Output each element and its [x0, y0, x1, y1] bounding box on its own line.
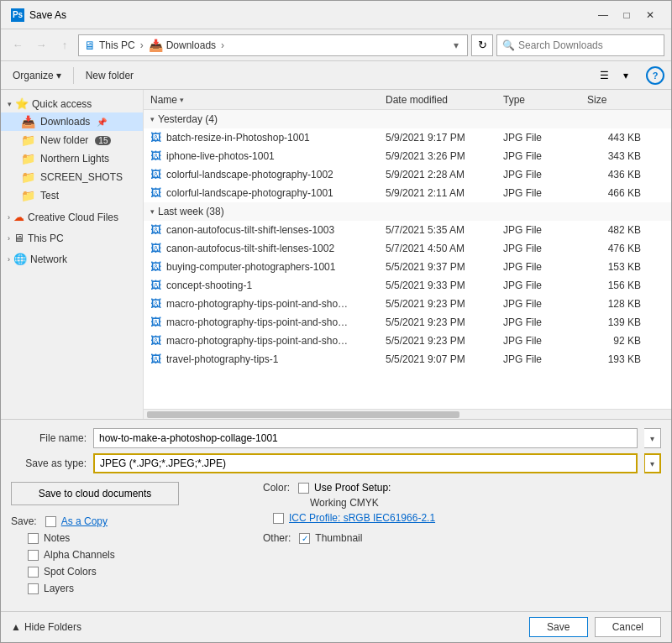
horizontal-scrollbar[interactable] — [144, 409, 671, 419]
table-row[interactable]: 🖼 travel-photography-tips-1 5/5/2021 9:0… — [144, 350, 671, 369]
file-name: colorful-landscape-photography-1001 — [166, 187, 333, 199]
sidebar-this-pc-header[interactable]: › 🖥 This PC — [1, 229, 143, 247]
cancel-button[interactable]: Cancel — [595, 617, 661, 637]
file-name: buying-computer-photographers-1001 — [166, 261, 335, 273]
hide-folders-button[interactable]: ▲ Hide Folders — [11, 621, 81, 633]
file-size-cell: 476 KB — [580, 243, 648, 254]
icc-profile-checkbox[interactable] — [273, 513, 284, 524]
sidebar-item-northern-lights[interactable]: 📁 Northern Lights — [1, 149, 143, 168]
search-input[interactable] — [518, 39, 659, 51]
file-name-cell: 🖼 iphone-live-photos-1001 — [144, 149, 379, 162]
back-button[interactable]: ← — [8, 35, 28, 55]
col-size-label: Size — [587, 94, 606, 106]
file-name-cell: 🖼 colorful-landscape-photography-1002 — [144, 168, 379, 180]
maximize-button[interactable]: □ — [616, 7, 638, 24]
search-icon: 🔍 — [502, 39, 515, 51]
sidebar-item-new-folder[interactable]: 📁 New folder 15 — [1, 131, 143, 149]
table-row[interactable]: 🖼 canon-autofocus-tilt-shift-lenses-1002… — [144, 239, 671, 258]
sidebar-network-header[interactable]: › 🌐 Network — [1, 250, 143, 268]
icc-profile-row: ICC Profile: sRGB IEC61966-2.1 — [263, 512, 661, 524]
file-date-cell: 5/5/2021 9:23 PM — [379, 316, 496, 328]
file-type-cell: JPG File — [496, 280, 580, 291]
col-date-header[interactable]: Date modified — [379, 94, 496, 106]
new-folder-button[interactable]: New folder — [81, 68, 139, 83]
notes-checkbox[interactable] — [28, 533, 39, 544]
view-list-button[interactable]: ☰ — [594, 65, 614, 86]
file-type-cell: JPG File — [496, 261, 580, 273]
group-last-week-chevron: ▾ — [150, 207, 155, 216]
downloads-label: Downloads — [40, 116, 90, 128]
sidebar-creative-cloud-header[interactable]: › ☁ Creative Cloud Files — [1, 208, 143, 226]
minimize-button[interactable]: — — [592, 7, 614, 24]
jpg-icon: 🖼 — [150, 223, 161, 236]
sidebar-quick-access-header[interactable]: ▾ ⭐ Quick access — [1, 95, 143, 112]
pin-icon: 📌 — [97, 118, 107, 127]
address-bar[interactable]: 🖥 This PC › 📥 Downloads › ▾ — [78, 34, 468, 56]
icc-profile-label[interactable]: ICC Profile: sRGB IEC61966-2.1 — [289, 512, 435, 524]
network-label: Network — [30, 254, 67, 265]
table-row[interactable]: 🖼 concept-shooting-1 5/5/2021 9:33 PM JP… — [144, 276, 671, 295]
file-type-cell: JPG File — [496, 335, 580, 347]
file-name-cell: 🖼 canon-autofocus-tilt-shift-lenses-1003 — [144, 223, 379, 236]
savetype-row: Save as type: JPEG (*.JPG;*.JPEG;*.JPE) … — [11, 453, 661, 473]
northern-lights-label: Northern Lights — [40, 153, 109, 165]
table-row[interactable]: 🖼 macro-photography-tips-point-and-sho… … — [144, 295, 671, 313]
notes-row: Notes — [11, 532, 246, 544]
table-row[interactable]: 🖼 macro-photography-tips-point-and-sho… … — [144, 332, 671, 350]
savetype-dropdown[interactable]: ▾ — [644, 453, 661, 473]
downloads-icon: 📥 — [21, 115, 35, 128]
alpha-channels-checkbox[interactable] — [28, 550, 39, 561]
save-button[interactable]: Save — [529, 617, 588, 637]
filename-input[interactable] — [93, 428, 638, 448]
close-button[interactable]: ✕ — [639, 7, 661, 24]
file-size-cell: 92 KB — [580, 335, 648, 347]
table-row[interactable]: 🖼 iphone-live-photos-1001 5/9/2021 3:26 … — [144, 147, 671, 165]
up-button[interactable]: ↑ — [55, 35, 75, 55]
jpg-icon: 🖼 — [150, 260, 161, 273]
sidebar-item-screen-shots[interactable]: 📁 SCREEN_SHOTS — [1, 168, 143, 186]
view-dropdown-button[interactable]: ▾ — [616, 65, 636, 86]
jpg-icon: 🖼 — [150, 334, 161, 347]
layers-checkbox[interactable] — [28, 583, 39, 594]
color-section: Color: Use Proof Setup: Working CMYK ICC… — [263, 482, 661, 524]
new-folder-icon: 📁 — [21, 133, 35, 147]
sidebar-item-test[interactable]: 📁 Test — [1, 186, 143, 205]
save-to-cloud-button[interactable]: Save to cloud documents — [11, 482, 179, 505]
address-bar-folder-icon: 📥 — [149, 39, 163, 52]
savetype-select[interactable]: JPEG (*.JPG;*.JPEG;*.JPE) — [93, 453, 638, 473]
file-name-cell: 🖼 travel-photography-tips-1 — [144, 353, 379, 365]
filename-dropdown[interactable]: ▾ — [644, 428, 661, 448]
col-name-header[interactable]: Name ▾ — [144, 94, 379, 106]
file-date-cell: 5/5/2021 9:07 PM — [379, 353, 496, 365]
table-row[interactable]: 🖼 canon-autofocus-tilt-shift-lenses-1003… — [144, 221, 671, 239]
thumbnail-checkbox[interactable]: ✓ — [299, 533, 310, 544]
table-row[interactable]: 🖼 macro-photography-tips-point-and-sho… … — [144, 313, 671, 332]
sidebar-item-downloads[interactable]: 📥 Downloads 📌 — [1, 112, 143, 131]
table-row[interactable]: 🖼 colorful-landscape-photography-1002 5/… — [144, 165, 671, 184]
file-name: concept-shooting-1 — [166, 280, 252, 291]
as-copy-checkbox[interactable] — [45, 516, 56, 527]
quick-access-icon: ⭐ — [15, 97, 29, 110]
jpg-icon: 🖼 — [150, 279, 161, 291]
file-size-cell: 139 KB — [580, 316, 648, 328]
forward-button[interactable]: → — [31, 35, 51, 55]
use-proof-setup-checkbox[interactable] — [298, 483, 309, 494]
file-list-header: Name ▾ Date modified Type Size — [144, 90, 671, 110]
file-date-cell: 5/5/2021 9:23 PM — [379, 335, 496, 347]
group-yesterday[interactable]: ▾ Yesterday (4) — [144, 110, 671, 128]
table-row[interactable]: 🖼 buying-computer-photographers-1001 5/5… — [144, 258, 671, 276]
refresh-button[interactable]: ↻ — [471, 34, 493, 56]
table-row[interactable]: 🖼 colorful-landscape-photography-1001 5/… — [144, 184, 671, 202]
help-button[interactable]: ? — [646, 66, 664, 85]
spot-colors-checkbox[interactable] — [28, 567, 39, 578]
table-row[interactable]: 🖼 batch-resize-in-Photoshop-1001 5/9/202… — [144, 128, 671, 147]
filename-label: File name: — [11, 432, 87, 444]
col-type-header[interactable]: Type — [496, 94, 580, 106]
window-controls: — □ ✕ — [592, 7, 661, 24]
address-bar-dropdown[interactable]: ▾ — [450, 39, 462, 51]
col-size-header[interactable]: Size — [580, 94, 648, 106]
group-last-week[interactable]: ▾ Last week (38) — [144, 202, 671, 221]
as-copy-label[interactable]: As a Copy — [61, 515, 108, 527]
organize-button[interactable]: Organize ▾ — [8, 68, 66, 83]
organize-label: Organize — [13, 70, 54, 81]
